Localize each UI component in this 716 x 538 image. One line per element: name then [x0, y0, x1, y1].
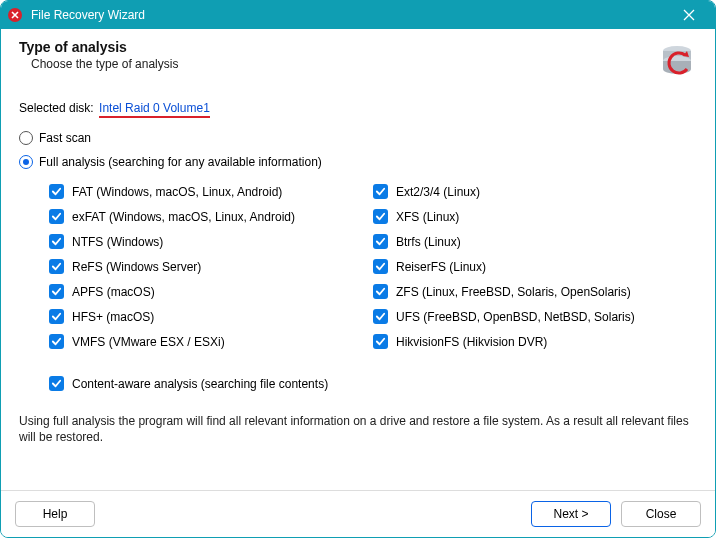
filesystem-label: UFS (FreeBSD, OpenBSD, NetBSD, Solaris)	[396, 310, 635, 324]
checkbox-icon[interactable]	[49, 184, 64, 199]
full-analysis-option[interactable]: Full analysis (searching for any availab…	[19, 155, 697, 169]
content-aware-option[interactable]: Content-aware analysis (searching file c…	[49, 376, 697, 391]
selected-disk-value: Intel Raid 0 Volume1	[99, 101, 210, 118]
next-button[interactable]: Next >	[531, 501, 611, 527]
fs-left-item-5[interactable]: HFS+ (macOS)	[49, 304, 373, 329]
fast-scan-label: Fast scan	[39, 131, 91, 145]
filesystem-label: ReiserFS (Linux)	[396, 260, 486, 274]
help-button[interactable]: Help	[15, 501, 95, 527]
fs-left-item-0[interactable]: FAT (Windows, macOS, Linux, Android)	[49, 179, 373, 204]
checkbox-icon[interactable]	[373, 284, 388, 299]
filesystem-label: APFS (macOS)	[72, 285, 155, 299]
fs-right-item-4[interactable]: ZFS (Linux, FreeBSD, Solaris, OpenSolari…	[373, 279, 697, 304]
radio-full-analysis[interactable]	[19, 155, 33, 169]
fs-right-item-5[interactable]: UFS (FreeBSD, OpenBSD, NetBSD, Solaris)	[373, 304, 697, 329]
checkbox-icon[interactable]	[373, 259, 388, 274]
full-analysis-label: Full analysis (searching for any availab…	[39, 155, 322, 169]
close-icon[interactable]	[669, 1, 709, 29]
checkbox-icon[interactable]	[49, 334, 64, 349]
filesystem-label: XFS (Linux)	[396, 210, 459, 224]
checkbox-icon[interactable]	[373, 309, 388, 324]
checkbox-icon[interactable]	[49, 209, 64, 224]
checkbox-icon[interactable]	[373, 334, 388, 349]
checkbox-icon[interactable]	[49, 234, 64, 249]
content-aware-label: Content-aware analysis (searching file c…	[72, 377, 328, 391]
filesystem-label: HikvisionFS (Hikvision DVR)	[396, 335, 547, 349]
selected-disk-label: Selected disk:	[19, 101, 94, 115]
close-button[interactable]: Close	[621, 501, 701, 527]
filesystem-label: HFS+ (macOS)	[72, 310, 154, 324]
page-title: Type of analysis	[19, 39, 657, 55]
selected-disk-row: Selected disk: Intel Raid 0 Volume1	[19, 101, 697, 115]
filesystem-label: NTFS (Windows)	[72, 235, 163, 249]
recovery-icon	[657, 39, 697, 79]
fs-right-item-1[interactable]: XFS (Linux)	[373, 204, 697, 229]
filesystem-label: ReFS (Windows Server)	[72, 260, 201, 274]
app-icon	[7, 7, 23, 23]
filesystem-label: VMFS (VMware ESX / ESXi)	[72, 335, 225, 349]
fs-left-item-2[interactable]: NTFS (Windows)	[49, 229, 373, 254]
fs-right-item-2[interactable]: Btrfs (Linux)	[373, 229, 697, 254]
fast-scan-option[interactable]: Fast scan	[19, 131, 697, 145]
titlebar: File Recovery Wizard	[1, 1, 715, 29]
footer: Help Next > Close	[1, 490, 715, 537]
checkbox-content-aware[interactable]	[49, 376, 64, 391]
fs-right-item-6[interactable]: HikvisionFS (Hikvision DVR)	[373, 329, 697, 354]
wizard-header: Type of analysis Choose the type of anal…	[1, 29, 715, 87]
fs-right-item-0[interactable]: Ext2/3/4 (Linux)	[373, 179, 697, 204]
radio-fast-scan[interactable]	[19, 131, 33, 145]
checkbox-icon[interactable]	[373, 184, 388, 199]
checkbox-icon[interactable]	[373, 209, 388, 224]
fs-right-item-3[interactable]: ReiserFS (Linux)	[373, 254, 697, 279]
checkbox-icon[interactable]	[49, 284, 64, 299]
filesystem-label: FAT (Windows, macOS, Linux, Android)	[72, 185, 282, 199]
page-subtitle: Choose the type of analysis	[31, 57, 657, 71]
filesystem-label: ZFS (Linux, FreeBSD, Solaris, OpenSolari…	[396, 285, 631, 299]
fs-left-item-4[interactable]: APFS (macOS)	[49, 279, 373, 304]
description-text: Using full analysis the program will fin…	[19, 413, 697, 445]
checkbox-icon[interactable]	[49, 309, 64, 324]
checkbox-icon[interactable]	[49, 259, 64, 274]
filesystem-label: Ext2/3/4 (Linux)	[396, 185, 480, 199]
fs-left-item-1[interactable]: exFAT (Windows, macOS, Linux, Android)	[49, 204, 373, 229]
filesystem-label: Btrfs (Linux)	[396, 235, 461, 249]
fs-left-item-6[interactable]: VMFS (VMware ESX / ESXi)	[49, 329, 373, 354]
window-title: File Recovery Wizard	[31, 8, 145, 22]
filesystem-label: exFAT (Windows, macOS, Linux, Android)	[72, 210, 295, 224]
checkbox-icon[interactable]	[373, 234, 388, 249]
fs-left-item-3[interactable]: ReFS (Windows Server)	[49, 254, 373, 279]
